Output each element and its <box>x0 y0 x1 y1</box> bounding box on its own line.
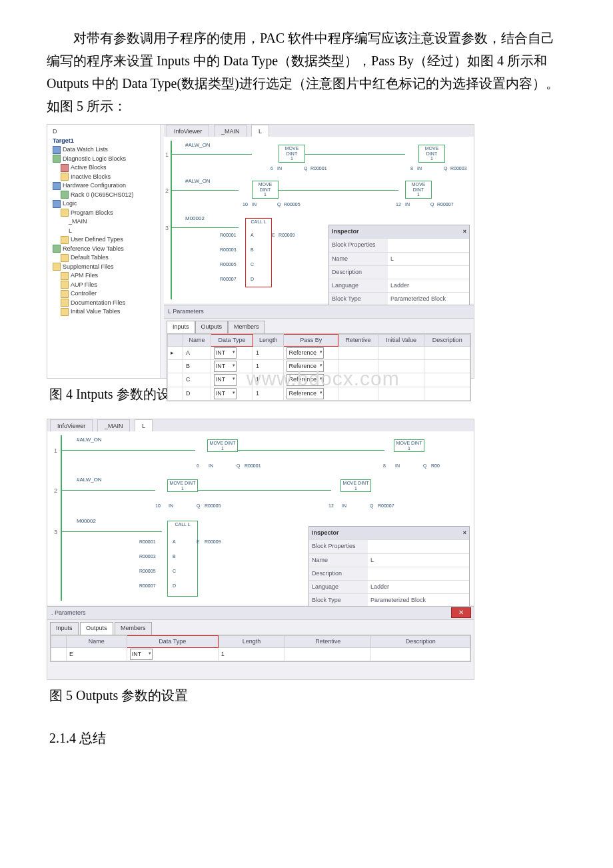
tree-d[interactable]: D <box>49 127 159 137</box>
paragraph-1: 对带有参数调用子程序的使用，PAC 软件中程序编写应该注意设置参数，结合自己编写… <box>47 27 566 117</box>
block-move-dint-4[interactable]: MOVE DINT1 <box>405 181 432 199</box>
editor-tabs-5: InfoViewer _MAIN L <box>47 419 474 432</box>
tree-l[interactable]: L <box>49 227 159 236</box>
block-move-dint-2[interactable]: MOVE DINT1 <box>418 145 445 163</box>
parameters-panel-5: . Parameters Inputs Outputs Members Name… <box>47 606 474 679</box>
contact-alw-on: #ALW_ON <box>185 141 211 150</box>
block-move-dint-5c[interactable]: MOVE DINT1 <box>167 479 198 492</box>
insp-name-value-5[interactable]: L <box>368 554 469 567</box>
caption-5: 图 5 Outputs 参数的设置 <box>49 684 566 707</box>
block-move-dint-5a[interactable]: MOVE DINT1 <box>207 439 238 452</box>
params-tab-outputs[interactable]: Outputs <box>195 321 229 333</box>
insp-name-label: Name <box>329 253 388 265</box>
block-move-dint[interactable]: MOVE DINT1 <box>279 145 305 163</box>
contact-m00002-5: M00002 <box>77 517 96 526</box>
passby-select-c[interactable]: Reference <box>287 374 324 385</box>
tree-controller[interactable]: Controller <box>49 289 159 299</box>
params-grid[interactable]: Name Data Type Length Pass By Retentive … <box>167 333 471 401</box>
params-grid-5[interactable]: Name Data Type Length Retentive Descript… <box>50 635 471 663</box>
insp-blocktype-value[interactable]: Parameterized Block <box>388 293 469 305</box>
insp-lang-value[interactable]: Ladder <box>388 279 469 292</box>
editor-tabs: InfoViewer _MAIN L <box>164 125 474 137</box>
contact-alw-on-5a: #ALW_ON <box>77 435 102 445</box>
insp-blocktype-value-5[interactable]: Parameterized Block <box>368 594 469 607</box>
contact-alw-on-5b: #ALW_ON <box>77 475 102 485</box>
close-button[interactable]: ✕ <box>451 607 471 618</box>
project-tree[interactable]: D Target1 Data Watch Lists Diagnostic Lo… <box>47 125 161 378</box>
tree-dt[interactable]: Default Tables <box>49 253 159 263</box>
datatype-select-e[interactable]: INT <box>130 649 153 660</box>
tree-target[interactable]: Target1 <box>49 137 159 146</box>
figure-5: InfoViewer _MAIN L 1 #ALW_ON MOVE DINT1 … <box>47 419 474 680</box>
tree-logic[interactable]: Logic <box>49 199 159 209</box>
params-tab-inputs-5[interactable]: Inputs <box>50 622 79 634</box>
tree-hc[interactable]: Hardware Configuration <box>49 181 159 191</box>
close-icon-5[interactable]: × <box>463 528 466 538</box>
tree-sf[interactable]: Supplemental Files <box>49 263 159 272</box>
insp-name-value[interactable]: L <box>388 253 469 265</box>
insp-lang-value-5[interactable]: Ladder <box>368 581 469 593</box>
inspector-title-5: Inspector <box>312 528 339 538</box>
params-tab-outputs-5[interactable]: Outputs <box>80 622 113 634</box>
params-title-5: . Parameters <box>47 607 474 620</box>
passby-select-d[interactable]: Reference <box>287 388 324 399</box>
block-move-dint-5b[interactable]: MOVE DINT1 <box>394 439 424 452</box>
block-move-dint-3[interactable]: MOVE DINT1 <box>252 181 279 199</box>
tree-inactive-blocks[interactable]: Inactive Blocks <box>49 173 159 182</box>
tree-dwl[interactable]: Data Watch Lists <box>49 145 159 155</box>
section-heading: 2.1.4 总结 <box>49 727 566 749</box>
passby-select-a[interactable]: Reference <box>287 347 324 359</box>
parameters-panel: L Parameters InputsOutputsMembers Name D… <box>164 305 474 378</box>
datatype-select-d[interactable]: INT <box>214 388 237 399</box>
tree-doc-files[interactable]: Documentation Files <box>49 299 159 308</box>
params-tab-members-5[interactable]: Members <box>115 622 152 634</box>
tree-udt[interactable]: User Defined Types <box>49 235 159 245</box>
block-call-l[interactable]: CALL L <box>245 218 272 287</box>
close-icon[interactable]: × <box>463 227 466 237</box>
insp-block-properties: Block Properties <box>329 239 388 251</box>
tree-aup[interactable]: AUP Files <box>49 281 159 290</box>
tree-active-blocks[interactable]: Active Blocks <box>49 163 159 173</box>
params-tab-members[interactable]: Members <box>228 321 265 333</box>
insp-lang-label: Language <box>329 279 388 292</box>
tree-dlb[interactable]: Diagnostic Logic Blocks <box>49 155 159 164</box>
insp-desc-value[interactable] <box>388 266 469 279</box>
params-tab-inputs[interactable]: Inputs <box>167 321 195 333</box>
block-call-l-5[interactable]: CALL L <box>167 521 198 597</box>
insp-blocktype-label: Block Type <box>329 293 388 305</box>
datatype-select-c[interactable]: INT <box>214 374 237 385</box>
tree-ivt[interactable]: Initial Value Tables <box>49 307 159 317</box>
tree-rvt[interactable]: Reference View Tables <box>49 245 159 254</box>
insp-desc-value-5[interactable] <box>368 567 469 580</box>
passby-select-b[interactable]: Reference <box>287 361 324 372</box>
contact-m00002: M00002 <box>185 214 205 223</box>
tree-program-blocks[interactable]: Program Blocks <box>49 209 159 218</box>
datatype-select-b[interactable]: INT <box>214 361 237 372</box>
tree-main[interactable]: _MAIN <box>49 217 159 227</box>
block-move-dint-5d[interactable]: MOVE DINT1 <box>340 479 371 492</box>
params-title: L Parameters <box>164 305 474 319</box>
datatype-select-a[interactable]: INT <box>214 347 237 359</box>
inspector-title: Inspector <box>332 227 359 237</box>
insp-desc-label: Description <box>329 266 388 279</box>
tree-rack[interactable]: Rack 0 (IC695CHS012) <box>49 191 159 200</box>
contact-alw-on-2: #ALW_ON <box>185 177 211 186</box>
figure-4: D Target1 Data Watch Lists Diagnostic Lo… <box>47 124 474 379</box>
tree-apm[interactable]: APM Files <box>49 271 159 281</box>
